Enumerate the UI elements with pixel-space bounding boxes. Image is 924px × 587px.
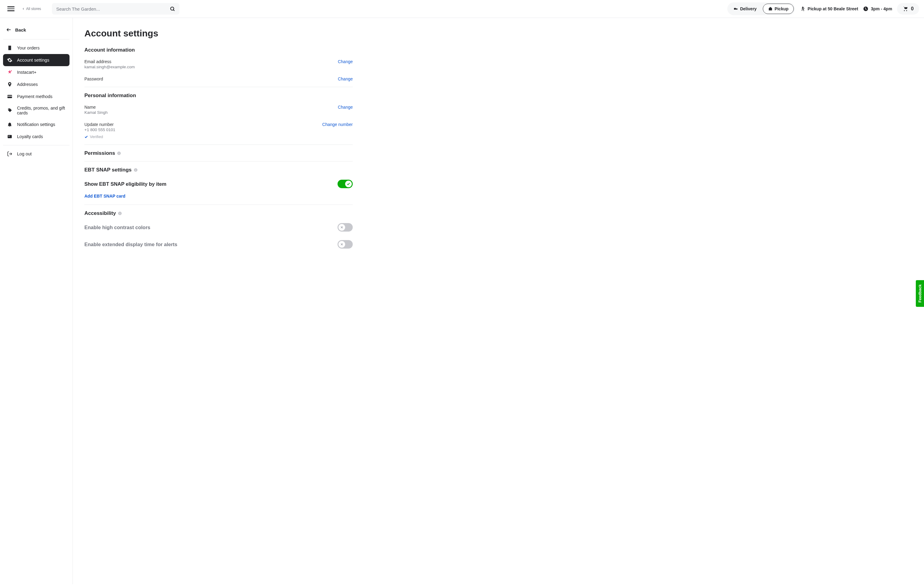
sidebar-item-label: Credits, promos, and gift cards — [17, 106, 66, 115]
sidebar-item-label: Instacart+ — [17, 70, 36, 75]
sidebar-item-payment[interactable]: Payment methods — [3, 91, 69, 102]
sidebar-item-label: Your orders — [17, 46, 40, 50]
svg-line-1 — [173, 10, 175, 11]
ebt-show-label: Show EBT SNAP eligibility by item — [84, 181, 167, 187]
password-label: Password — [84, 76, 103, 81]
ebt-heading: EBT SNAP settings — [84, 167, 353, 173]
svg-point-14 — [119, 152, 119, 152]
svg-rect-2 — [734, 8, 736, 10]
extended-display-label: Enable extended display time for alerts — [84, 242, 177, 247]
add-ebt-link[interactable]: Add EBT SNAP card — [84, 193, 125, 200]
sidebar-item-label: Payment methods — [17, 94, 53, 99]
svg-rect-10 — [8, 136, 10, 137]
change-email-link[interactable]: Change — [338, 59, 353, 64]
high-contrast-label: Enable high contrast colors — [84, 224, 150, 230]
svg-point-0 — [171, 7, 174, 10]
sidebar-item-account-settings[interactable]: Account settings — [3, 54, 69, 66]
cart-count: 0 — [911, 6, 914, 12]
menu-icon[interactable] — [7, 5, 15, 12]
bell-icon — [7, 121, 13, 127]
pickup-time[interactable]: 3pm - 4pm — [863, 6, 892, 12]
feedback-tab[interactable]: Feedback — [916, 280, 924, 307]
svg-rect-9 — [8, 135, 12, 139]
search-icon[interactable] — [170, 6, 175, 12]
logout-icon — [7, 151, 13, 157]
svg-rect-3 — [736, 8, 737, 10]
high-contrast-toggle[interactable] — [338, 223, 353, 232]
tag-icon — [7, 107, 13, 114]
info-icon[interactable] — [134, 168, 138, 172]
name-label: Name — [84, 105, 108, 110]
location-pin-icon — [7, 81, 13, 87]
header: All stores Delivery Pickup Pickup at 50 … — [0, 0, 924, 18]
sidebar-item-label: Account settings — [17, 58, 49, 63]
instacart-plus-icon — [7, 69, 13, 75]
cart-button[interactable]: 0 — [897, 3, 919, 15]
email-label: Email address — [84, 59, 135, 64]
name-value: Kamal Singh — [84, 110, 108, 115]
divider — [3, 145, 69, 145]
svg-rect-8 — [8, 96, 12, 97]
location-label: Pickup at 50 Beale Street — [808, 7, 858, 11]
pickup-location[interactable]: Pickup at 50 Beale Street — [800, 6, 858, 12]
accessibility-heading: Accessibility — [84, 210, 353, 216]
permissions-heading: Permissions — [84, 150, 353, 156]
info-icon[interactable] — [118, 211, 122, 216]
change-password-link[interactable]: Change — [338, 76, 353, 81]
pickup-pill[interactable]: Pickup — [763, 3, 794, 14]
phone-value: +1 800 555 0101 — [84, 127, 116, 132]
receipt-icon — [7, 45, 13, 51]
extended-display-toggle[interactable] — [338, 240, 353, 249]
fulfillment-toggle: Delivery Pickup — [727, 2, 795, 15]
main-content: Account settings Account information Ema… — [73, 18, 364, 584]
sidebar-item-notifications[interactable]: Notification settings — [3, 119, 69, 130]
email-value: kamal.singh@example.com — [84, 65, 135, 69]
check-icon — [346, 182, 350, 186]
delivery-pill[interactable]: Delivery — [729, 4, 761, 14]
svg-rect-16 — [135, 170, 136, 171]
sidebar-item-label: Notification settings — [17, 122, 55, 127]
sidebar-item-instacart-plus[interactable]: Instacart+ — [3, 66, 69, 78]
change-number-link[interactable]: Change number — [322, 122, 353, 127]
sidebar-item-credits[interactable]: Credits, promos, and gift cards — [3, 102, 69, 119]
x-icon — [340, 226, 343, 229]
ebt-toggle[interactable] — [338, 180, 353, 188]
sidebar-item-label: Loyalty cards — [17, 134, 43, 139]
sidebar-item-loyalty[interactable]: Loyalty cards — [3, 130, 69, 143]
walking-icon — [800, 6, 805, 12]
arrow-left-icon — [6, 27, 12, 33]
check-icon — [84, 135, 88, 139]
delivery-label: Delivery — [740, 7, 756, 11]
info-icon[interactable] — [117, 151, 121, 155]
back-link[interactable]: Back — [3, 23, 69, 37]
sidebar-item-addresses[interactable]: Addresses — [3, 78, 69, 91]
loyalty-card-icon — [7, 134, 13, 140]
pickup-label: Pickup — [775, 7, 789, 11]
search-input[interactable] — [56, 7, 170, 12]
phone-label: Update number — [84, 122, 116, 127]
divider — [3, 39, 69, 40]
all-stores-label: All stores — [26, 7, 41, 11]
pickup-icon — [768, 7, 773, 11]
all-stores-link[interactable]: All stores — [22, 7, 41, 11]
cart-icon — [903, 6, 909, 12]
time-label: 3pm - 4pm — [871, 7, 892, 11]
search-box[interactable] — [52, 3, 180, 15]
verified-label: Verified — [90, 134, 103, 139]
page-title: Account settings — [84, 28, 353, 38]
back-label: Back — [15, 27, 26, 33]
gear-icon — [7, 57, 13, 63]
delivery-icon — [733, 7, 738, 11]
verified-badge: Verified — [84, 134, 116, 139]
sidebar-item-orders[interactable]: Your orders — [3, 42, 69, 54]
change-name-link[interactable]: Change — [338, 105, 353, 110]
x-icon — [340, 242, 343, 246]
sidebar-item-label: Log out — [17, 152, 31, 156]
sidebar-item-logout[interactable]: Log out — [3, 148, 69, 160]
svg-point-17 — [135, 169, 136, 169]
card-icon — [7, 94, 13, 99]
sidebar: Back Your orders Account settings Instac… — [0, 18, 73, 584]
personal-info-heading: Personal information — [84, 92, 353, 99]
account-info-heading: Account information — [84, 47, 353, 53]
chevron-left-icon — [22, 7, 25, 10]
